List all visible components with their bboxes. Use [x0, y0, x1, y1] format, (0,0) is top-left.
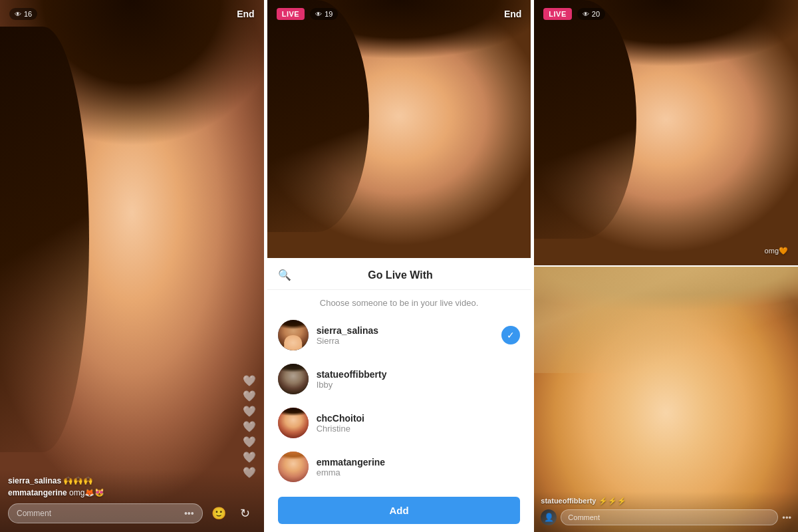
center-end-button[interactable]: End — [504, 9, 521, 19]
modal-subtitle: Choose someone to be in your live video. — [267, 290, 531, 313]
user-item-emma[interactable]: emmatangerine emma — [267, 445, 531, 489]
sierra-username: sierra_salinas — [317, 325, 494, 336]
emma-avatar — [278, 452, 309, 482]
left-face-bg — [0, 0, 264, 532]
hearts-container: 🤍 🤍 🤍 🤍 🤍 🤍 🤍 — [243, 374, 256, 479]
right-viewer-count: 20 — [592, 10, 600, 18]
right-mini-avatar-icon: 👤 — [544, 513, 554, 522]
emma-username: emmatangerine — [317, 457, 521, 467]
user-list: sierra_salinas Sierra ✓ statueoffibberty… — [267, 313, 531, 489]
left-comment-input-row: Comment ••• 🙂 ↻ — [8, 503, 256, 524]
right-comment-placeholder: Comment — [568, 513, 600, 521]
center-live-badge: LIVE — [277, 8, 305, 20]
right-comment-dots: ••• — [782, 513, 791, 523]
modal-title: Go Live With — [297, 269, 505, 281]
right-bottom-username: statueoffibberty — [541, 497, 596, 505]
right-top-hair-left — [534, 0, 636, 239]
left-emoji-button[interactable]: 🙂 — [208, 503, 229, 524]
statue-username: statueoffibberty — [317, 369, 521, 380]
chch-name: Christine — [317, 424, 521, 434]
left-end-button[interactable]: End — [237, 9, 254, 19]
modal-header: 🔍 Go Live With — [267, 258, 531, 290]
heart-2: 🤍 — [243, 390, 256, 402]
chch-username: chcChoitoi — [317, 413, 521, 424]
sierra-name: Sierra — [317, 336, 494, 346]
right-bottom-hair-left — [534, 267, 798, 373]
heart-4: 🤍 — [243, 420, 256, 433]
heart-3: 🤍 — [243, 405, 256, 418]
heart-1: 🤍 — [243, 374, 256, 387]
left-top-bar: 👁 16 End — [0, 8, 264, 20]
chch-avatar — [278, 408, 309, 438]
left-comment-1: sierra_salinas 🙌🙌🙌 — [8, 476, 256, 485]
modal-search-icon[interactable]: 🔍 — [278, 269, 291, 281]
sierra-selected-check: ✓ — [501, 326, 520, 344]
right-mini-avatar: 👤 — [541, 509, 557, 525]
chch-info: chcChoitoi Christine — [317, 413, 521, 434]
left-comment-1-text: 🙌🙌🙌 — [63, 476, 93, 485]
center-viewer-count: 19 — [325, 10, 332, 18]
emma-name: emma — [317, 467, 521, 477]
right-half-divider — [534, 265, 798, 267]
statue-avatar — [278, 364, 309, 394]
left-viewer-count: 16 — [24, 10, 32, 18]
left-comment-2-text: omg🦊😻 — [69, 488, 104, 497]
right-username-msg: statueoffibberty ⚡⚡⚡ — [541, 497, 791, 505]
emma-info: emmatangerine emma — [317, 457, 521, 477]
left-comment-1-username: sierra_salinas — [8, 476, 61, 485]
left-comment-input-box[interactable]: Comment ••• — [8, 503, 203, 523]
eye-icon: 👁 — [15, 11, 21, 18]
right-bottom-half: statueoffibberty ⚡⚡⚡ 👤 Comment ••• — [534, 267, 798, 532]
right-comment-area: statueoffibberty ⚡⚡⚡ 👤 Comment ••• — [534, 491, 798, 532]
user-item-statue[interactable]: statueoffibberty Ibby — [267, 357, 531, 401]
left-hair-side — [0, 27, 89, 452]
left-comment-bar: sierra_salinas 🙌🙌🙌 emmatangerine omg🦊😻 C… — [0, 469, 264, 532]
center-top-bar: LIVE 👁 19 End — [267, 8, 531, 20]
right-bottom-msg-text: ⚡⚡⚡ — [598, 497, 626, 505]
right-viewers-badge: 👁 20 — [577, 8, 605, 20]
left-phone: 👁 16 End 🤍 🤍 🤍 🤍 🤍 🤍 🤍 sierra_salinas 🙌🙌… — [0, 0, 264, 532]
left-comment-2: emmatangerine omg🦊😻 — [8, 488, 256, 497]
go-live-modal: 🔍 Go Live With Choose someone to be in y… — [267, 258, 531, 532]
left-viewers-badge: 👁 16 — [9, 8, 37, 20]
sierra-info: sierra_salinas Sierra — [317, 325, 494, 346]
right-phone: LIVE 👁 20 omg🧡 statueoffibberty ⚡⚡⚡ 👤 — [534, 0, 798, 532]
user-item-chch[interactable]: chcChoitoi Christine — [267, 401, 531, 445]
center-hair-left — [267, 0, 370, 232]
add-button[interactable]: Add — [278, 497, 521, 524]
center-viewers-badge: 👁 19 — [310, 8, 338, 20]
right-comment-input-row: 👤 Comment ••• — [541, 509, 791, 525]
center-video-area: LIVE 👁 19 End — [267, 0, 531, 258]
left-comment-dots: ••• — [184, 508, 194, 519]
right-live-badge: LIVE — [543, 8, 571, 20]
right-top-bar-left: LIVE 👁 20 — [543, 8, 605, 20]
left-comment-placeholder: Comment — [17, 509, 180, 518]
right-comment-input[interactable]: Comment — [561, 509, 778, 525]
right-eye-icon: 👁 — [583, 11, 589, 18]
heart-6: 🤍 — [243, 451, 256, 464]
center-phone: LIVE 👁 19 End 🔍 Go Live With Choose some… — [267, 0, 531, 532]
right-top-half: LIVE 👁 20 omg🧡 — [534, 0, 798, 265]
sierra-avatar — [278, 320, 309, 350]
right-top-omg: omg🧡 — [765, 247, 788, 255]
left-comments: sierra_salinas 🙌🙌🙌 emmatangerine omg🦊😻 — [8, 476, 256, 497]
left-comment-2-username: emmatangerine — [8, 488, 67, 497]
center-eye-icon: 👁 — [315, 11, 322, 18]
heart-5: 🤍 — [243, 436, 256, 448]
user-item-sierra[interactable]: sierra_salinas Sierra ✓ — [267, 313, 531, 357]
statue-info: statueoffibberty Ibby — [317, 369, 521, 390]
right-top-bar: LIVE 👁 20 — [534, 8, 798, 20]
left-share-button[interactable]: ↻ — [235, 503, 256, 524]
statue-name: Ibby — [317, 380, 521, 390]
